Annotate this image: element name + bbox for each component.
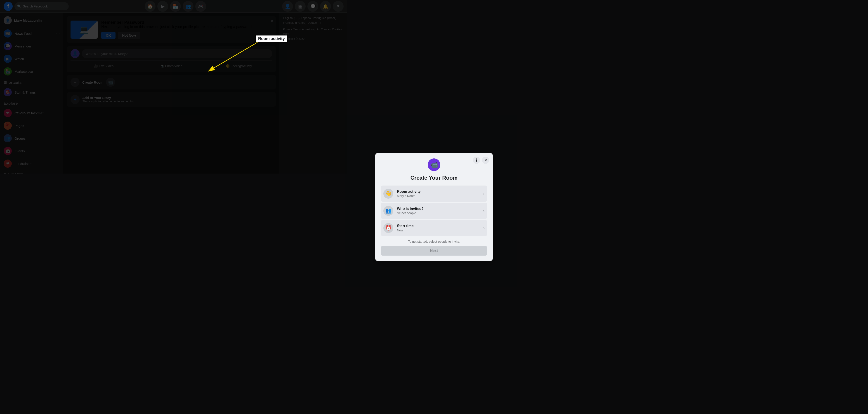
- modal-overlay: ℹ ✕ 📹 Create Your Room 👋 Room activity M…: [0, 0, 347, 173]
